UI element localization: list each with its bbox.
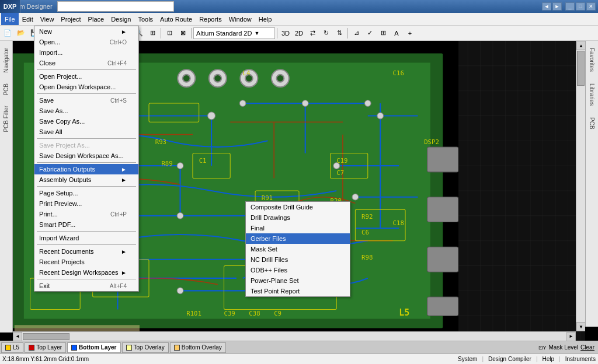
tb-open[interactable]: 📂 — [15, 27, 27, 40]
menu-assembly-outputs[interactable]: Assembly Outputs ► — [34, 174, 138, 185]
fab-odb[interactable]: ODB++ Files — [246, 265, 350, 275]
window-maximize[interactable]: □ — [576, 2, 585, 10]
menu-autoroute[interactable]: Auto Route — [157, 13, 196, 25]
menu-project[interactable]: Project — [57, 13, 84, 25]
tb-3d[interactable]: 3D — [279, 27, 292, 40]
menu-exit[interactable]: Exit Alt+F4 — [34, 281, 138, 291]
tb-rule[interactable]: ⊞ — [377, 27, 390, 40]
clear-button[interactable]: Clear — [580, 344, 594, 351]
scroll-up-btn[interactable]: ▲ — [576, 41, 585, 50]
menu-open-workspace[interactable]: Open Design Workspace... — [34, 82, 138, 92]
fab-final[interactable]: Final — [246, 223, 350, 233]
window-close[interactable]: ✕ — [586, 2, 596, 10]
fab-composite-drill[interactable]: Composite Drill Guide — [246, 202, 350, 212]
horizontal-scrollbar[interactable]: ◄ ► — [13, 331, 576, 341]
fab-power-plane[interactable]: Power-Plane Set — [246, 275, 350, 286]
menu-open-shortcut: Ctrl+O — [110, 39, 127, 46]
layer-color-bottom-overlay — [174, 345, 180, 351]
menu-new[interactable]: New ► — [34, 26, 138, 37]
status-design-compiler[interactable]: Design Compiler — [488, 356, 531, 362]
status-right: System | Design Compiler | Help | Instru… — [458, 356, 596, 362]
nav-back-btn[interactable]: ◄ — [542, 2, 551, 10]
menu-save-all[interactable]: Save All — [34, 127, 138, 137]
menu-file[interactable]: File — [1, 13, 19, 25]
menu-save[interactable]: Save Ctrl+S — [34, 95, 138, 106]
menu-tools[interactable]: Tools — [134, 13, 157, 25]
scroll-down-btn[interactable]: ▼ — [576, 322, 585, 331]
menu-recent-docs[interactable]: Recent Documents ► — [34, 246, 138, 257]
layer-tab-l5[interactable]: L5 — [1, 342, 23, 353]
menu-reports[interactable]: Reports — [196, 13, 225, 25]
menu-place[interactable]: Place — [85, 13, 108, 25]
tb-rotate[interactable]: ↻ — [319, 27, 332, 40]
menu-close[interactable]: Close Ctrl+F4 — [34, 58, 138, 68]
tb-cross[interactable]: + — [404, 27, 416, 40]
menu-save-workspace-as[interactable]: Save Design Workspace As... — [34, 150, 138, 161]
menu-import-wizard[interactable]: Import Wizard — [34, 233, 138, 243]
menu-close-shortcut: Ctrl+F4 — [107, 60, 127, 66]
scroll-left-btn[interactable]: ◄ — [13, 332, 22, 341]
svg-text:C1: C1 — [199, 157, 207, 164]
fab-mask-set[interactable]: Mask Set — [246, 244, 350, 254]
menu-print-preview[interactable]: Print Preview... — [34, 198, 138, 209]
menu-recent-projects[interactable]: Recent Projects — [34, 257, 138, 267]
menu-assembly-arrow: ► — [121, 177, 127, 183]
dxp-logo[interactable]: DXP — [0, 0, 20, 13]
menu-open-label: Open... — [39, 38, 60, 46]
menu-save-copy[interactable]: Save Copy As... — [34, 116, 138, 127]
tb-zoom-fit[interactable]: ⊞ — [146, 27, 159, 40]
menu-open[interactable]: Open... Ctrl+O — [34, 37, 138, 47]
layer-tab-top-overlay[interactable]: Top Overlay — [122, 342, 169, 353]
tb-drc[interactable]: ✓ — [363, 27, 376, 40]
right-tab-pcb[interactable]: PCB — [587, 113, 596, 134]
menu-edit[interactable]: Edit — [19, 13, 37, 25]
menu-help[interactable]: Help — [255, 13, 276, 25]
menu-window[interactable]: Window — [225, 13, 255, 25]
menu-recent-workspaces[interactable]: Recent Design Workspaces ► — [34, 267, 138, 278]
status-help[interactable]: Help — [543, 356, 555, 362]
right-tab-favorites[interactable]: Favorites — [587, 43, 596, 76]
fab-drill-drawings[interactable]: Drill Drawings — [246, 212, 350, 223]
scroll-thumb-v[interactable] — [577, 51, 585, 86]
file-sep2 — [37, 93, 136, 94]
scroll-right-btn[interactable]: ► — [566, 332, 576, 341]
menu-fab-outputs[interactable]: Fabrication Outputs ► — [34, 164, 138, 174]
layer-tab-bottom-overlay[interactable]: Bottom Overlay — [170, 342, 226, 353]
tb-highlight[interactable]: A — [390, 27, 403, 40]
scroll-thumb-h[interactable] — [23, 333, 69, 340]
menu-page-setup[interactable]: Page Setup... — [34, 188, 138, 198]
left-tab-pcb-filter[interactable]: PCB Filter — [2, 101, 11, 137]
status-system[interactable]: System — [458, 356, 477, 362]
menu-print[interactable]: Print... Ctrl+P — [34, 209, 138, 219]
tb-grid[interactable]: ⊡ — [163, 27, 176, 40]
tb-measure[interactable]: ⊿ — [350, 27, 363, 40]
fab-test-point-label: Test Point Report — [251, 288, 300, 295]
menu-design[interactable]: Design — [107, 13, 134, 25]
menu-view[interactable]: View — [37, 13, 58, 25]
menu-save-shortcut: Ctrl+S — [110, 97, 127, 104]
left-tab-navigator[interactable]: Navigator — [2, 43, 11, 78]
layer-color-l5 — [5, 345, 11, 351]
vertical-scrollbar[interactable]: ▲ ▼ — [576, 41, 585, 331]
layer-tab-top-label: Top Layer — [36, 344, 62, 351]
layer-tab-top[interactable]: Top Layer — [25, 342, 66, 353]
tb-snap[interactable]: ⊠ — [176, 27, 189, 40]
menu-smart-pdf[interactable]: Smart PDF... — [34, 219, 138, 230]
left-tab-pcb[interactable]: PCB — [2, 79, 11, 100]
fab-nc-drill[interactable]: NC Drill Files — [246, 254, 350, 265]
right-tab-libraries[interactable]: Libraries — [587, 79, 596, 110]
menu-save-as[interactable]: Save As... — [34, 106, 138, 116]
menu-import[interactable]: Import... — [34, 47, 138, 58]
tb-flip[interactable]: ⇄ — [306, 27, 319, 40]
tb-new[interactable]: 📄 — [1, 27, 14, 40]
nav-fwd-btn[interactable]: ► — [552, 2, 562, 10]
window-minimize[interactable]: _ — [565, 2, 575, 10]
layer-tab-bottom[interactable]: Bottom Layer — [67, 342, 120, 353]
status-instruments[interactable]: Instruments — [565, 356, 596, 362]
view-dropdown[interactable]: Altium Standard 2D ▼ — [193, 27, 275, 39]
fab-gerber[interactable]: Gerber Files — [246, 233, 350, 244]
fab-test-point[interactable]: Test Point Report — [246, 286, 350, 296]
tb-mirror[interactable]: ⇅ — [333, 27, 346, 40]
tb-2d[interactable]: 2D — [293, 27, 305, 40]
menu-open-project[interactable]: Open Project... — [34, 71, 138, 82]
